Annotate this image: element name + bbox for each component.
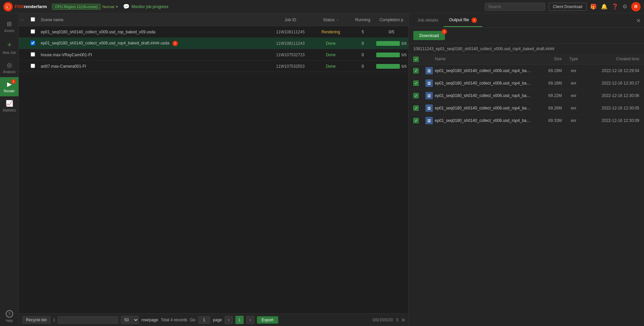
normal-badge: Normal (102, 5, 114, 9)
col-time-header: Created time (585, 57, 639, 62)
sidebar-item-wrapper-statistics: 📈 Statistics (0, 96, 19, 116)
bottom-bar: Recycle bin ℹ 50 100 200 row/page Total … (19, 313, 408, 326)
progress-bar-4 (376, 64, 400, 69)
next-page-button[interactable]: › (246, 316, 254, 324)
tab-output-file[interactable]: Output file 3 (444, 14, 482, 27)
file-type-2: exr (562, 81, 585, 86)
sidebar-item-help[interactable]: ? Help (4, 307, 15, 326)
select-all-checkbox[interactable] (31, 17, 35, 22)
page-1-button[interactable]: 1 (235, 316, 244, 324)
download-area: Download 4 (409, 28, 644, 44)
bell-icon[interactable]: 🔔 (601, 3, 608, 10)
cpu-badge[interactable]: CPU Region 11(16-cores) (52, 4, 101, 10)
file-row[interactable]: ✓ 🖼 ep01_seq0180_sh0140_collect_v006.usd… (409, 90, 644, 102)
col-name-header: Name (435, 57, 532, 62)
status-counts: 0/0/15/0/20 (373, 318, 393, 322)
sidebar-label-help: Help (6, 319, 13, 323)
completion-1: 0/5 (376, 30, 407, 34)
table-header: ··· Scene name Job ID Status ↑ Running C… (19, 13, 408, 26)
file-checkbox-5[interactable]: ✓ (413, 118, 419, 123)
file-name-4: ep01_seq0180_sh0140_collect_v006.usd_rop… (435, 106, 532, 110)
col-status-header[interactable]: Status ↑ (312, 18, 349, 22)
main-content: ··· Scene name Job ID Status ↑ Running C… (19, 13, 408, 326)
sidebar-item-statistics[interactable]: 📈 Statistics (0, 96, 19, 116)
col-check-header[interactable] (31, 17, 41, 23)
search-input[interactable] (485, 3, 545, 11)
avatar[interactable]: R (631, 2, 641, 11)
help-icon[interactable]: ❓ (612, 3, 618, 10)
completion-2: 5/5 (376, 41, 407, 46)
completion-3: 5/5 (376, 53, 407, 57)
file-checkbox-4[interactable]: ✓ (413, 105, 419, 111)
file-icon-2: 🖼 (425, 79, 433, 87)
col-scene-header: Scene name (41, 18, 268, 22)
table-row[interactable]: ep01_seq0180_sh0140_collect_v006.usd_rop… (19, 38, 408, 49)
file-name-1: ep01_seq0180_sh0140_collect_v006.usd_rop… (435, 68, 532, 73)
file-row[interactable]: ✓ 🖼 ep01_seq0180_sh0140_collect_v006.usd… (409, 77, 644, 90)
logo-text: FOXrenderfarm (15, 4, 47, 9)
scene-name-1: ep01_seq0180_sh0140_collect_v009.usd_rop… (41, 30, 268, 34)
file-row[interactable]: ✓ 🖼 ep01_seq0180_sh0140_collect_v006.usd… (409, 115, 644, 127)
export-button[interactable]: Export (257, 316, 278, 324)
table-row[interactable]: house.max-VRayCam001-FI 11W107532723 Don… (19, 49, 408, 61)
row-per-page-label: row/page (141, 318, 158, 322)
file-row[interactable]: ✓ 🖼 ep01_seq0180_sh0140_collect_v006.usd… (409, 102, 644, 115)
tab-job-details[interactable]: Job details (412, 14, 444, 27)
file-row[interactable]: ✓ 🖼 ep01_seq0180_sh0140_collect_v006.usd… (409, 65, 644, 77)
row-checkbox-1[interactable] (31, 29, 35, 34)
sidebar-item-assets[interactable]: ⊞ Assets (0, 17, 19, 36)
right-panel: Job details Output file 3 ✕ Download 4 1… (408, 13, 644, 326)
file-checkbox-3[interactable]: ✓ (413, 93, 419, 98)
running-2: 0 (349, 41, 376, 46)
col-running-header: Running (349, 18, 376, 22)
panel-tabs: Job details Output file 3 ✕ (409, 13, 644, 28)
status-1: Rendering (321, 30, 340, 34)
select-all-files-checkbox[interactable]: ✓ (413, 57, 419, 62)
file-size-1: 69.19M (532, 68, 562, 73)
row-checkbox-4[interactable] (31, 64, 35, 68)
row-checkbox-3[interactable] (31, 52, 35, 57)
recycle-bin-button[interactable]: Recycle bin (22, 316, 51, 324)
files-list: ✓ 🖼 ep01_seq0180_sh0140_collect_v006.usd… (409, 65, 644, 127)
analysis-icon: ◎ (7, 61, 12, 69)
page-number-input[interactable] (198, 316, 210, 324)
status-3: Done (326, 53, 336, 57)
dropdown-arrow-icon[interactable]: ▾ (116, 4, 118, 9)
col-type-header: Type (562, 57, 585, 62)
filter-input[interactable] (58, 316, 118, 324)
rows-per-page-select[interactable]: 50 100 200 (121, 316, 139, 324)
sidebar-item-render[interactable]: ▶ Render 1 (0, 77, 19, 96)
filter-icon[interactable]: ⧉ (402, 318, 405, 322)
file-checkbox-2[interactable]: ✓ (413, 80, 419, 86)
client-download-button[interactable]: Client Download (549, 3, 587, 11)
header: F FOXrenderfarm CPU Region 11(16-cores) … (0, 0, 644, 13)
settings-icon[interactable]: ⚙ (622, 3, 627, 10)
table-row[interactable]: art07.max-Camera001-FI 11W107532553 Done… (19, 61, 408, 72)
sidebar-item-new-job[interactable]: ＋ New Job (0, 36, 19, 58)
prev-page-button[interactable]: ‹ (225, 316, 233, 324)
gift-icon[interactable]: 🎁 (590, 3, 597, 10)
progress-bar-2 (376, 41, 400, 46)
col-jobid-header: Job ID (268, 18, 312, 22)
file-size-4: 69.26M (532, 106, 562, 110)
app-body: ⊞ Assets ＋ New Job ◎ Analysis ▶ Render 1 (0, 13, 644, 326)
sidebar-item-analysis[interactable]: ◎ Analysis (0, 58, 19, 77)
file-name-3: ep01_seq0180_sh0140_collect_v006.usd_rop… (435, 93, 532, 98)
help-sidebar-icon: ? (6, 310, 13, 318)
output-file-badge: 3 (472, 18, 477, 23)
files-table-header: ✓ Name Size Type Created time (409, 54, 644, 65)
assets-icon: ⊞ (7, 20, 12, 28)
panel-close-button[interactable]: ✕ (636, 17, 641, 24)
download-badge: 4 (442, 29, 447, 34)
download-button[interactable]: Download 4 (413, 31, 445, 40)
file-icon-5: 🖼 (425, 117, 433, 124)
file-name-5: ep01_seq0180_sh0140_collect_v006.usd_rop… (435, 118, 532, 123)
row-checkbox-2[interactable] (31, 41, 35, 45)
scene-name-3: house.max-VRayCam001-FI (41, 53, 268, 57)
monitor-progress[interactable]: 💬 Monitor job progress (123, 3, 168, 10)
file-icon-4: 🖼 (425, 104, 433, 112)
info-icon[interactable]: ℹ (53, 317, 55, 323)
file-checkbox-1[interactable]: ✓ (413, 68, 419, 73)
sidebar-bottom: ? Help (4, 307, 15, 326)
table-row[interactable]: ep01_seq0180_sh0140_collect_v009.usd_rop… (19, 26, 408, 38)
